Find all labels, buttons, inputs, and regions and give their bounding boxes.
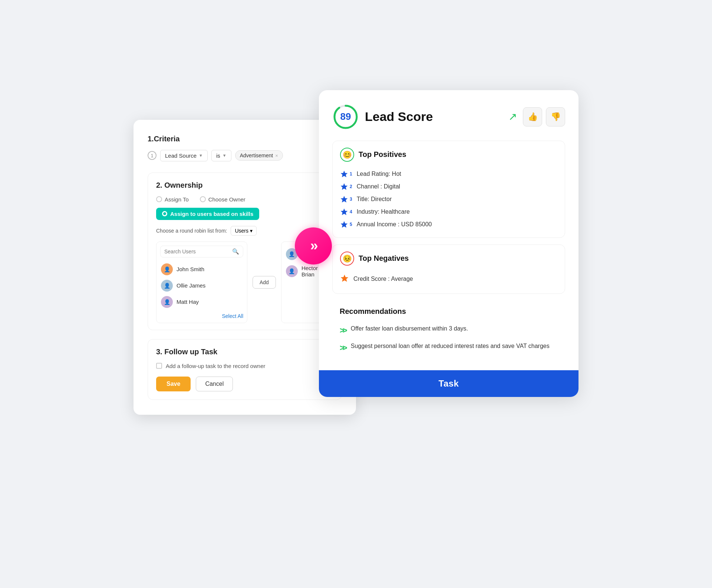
- criteria-section: 1.Criteria 1 Lead Source ▼ is ▼ Advertis…: [148, 135, 342, 161]
- list-item: 5 Annual Income : USD 85000: [340, 218, 557, 231]
- action-btns: Save Cancel: [156, 377, 333, 391]
- chevron-right-icon-1: >>: [340, 325, 346, 336]
- trend-arrow-icon: ↗: [508, 111, 517, 123]
- star-rank-4: 4: [340, 208, 352, 216]
- positives-icon: 😊: [340, 148, 354, 162]
- search-input-row: 🔍: [160, 246, 243, 257]
- score-circle-wrap: 89: [332, 104, 359, 130]
- assign-to-radio[interactable]: Assign To: [156, 196, 189, 203]
- thumbs-up-button[interactable]: 👍: [523, 107, 542, 127]
- top-positives-panel: 😊 Top Positives 1 Lead Rating: Hot 2: [332, 141, 565, 238]
- search-icon: 🔍: [232, 248, 239, 255]
- star-rank-2: 2: [340, 183, 352, 191]
- panel-header-neg: 😣 Top Negatives: [340, 252, 557, 266]
- list-item: 2 Channel : Digital: [340, 180, 557, 193]
- chevron-right-icon-2: >>: [340, 342, 346, 354]
- active-skill-pill[interactable]: Assign to users based on skills: [156, 208, 259, 220]
- svg-marker-6: [341, 221, 348, 228]
- negatives-icon: 😣: [340, 252, 354, 266]
- add-button[interactable]: Add: [253, 276, 276, 289]
- user-list: 👤 John Smith 👤 Ollie James 👤 Matt Hay: [160, 261, 243, 310]
- svg-marker-2: [341, 171, 348, 177]
- list-item[interactable]: 👤 Ollie James: [160, 277, 243, 294]
- positives-list: 1 Lead Rating: Hot 2 Channel : Digital 3: [340, 168, 557, 231]
- rec-item-1: >> Offer faster loan disbursement within…: [340, 322, 558, 339]
- cancel-button[interactable]: Cancel: [196, 377, 233, 391]
- list-item: Credit Score : Average: [340, 272, 557, 287]
- svg-marker-3: [341, 183, 348, 190]
- list-item: 1 Lead Rating: Hot: [340, 168, 557, 180]
- list-item[interactable]: 👤 John Smith: [160, 261, 243, 277]
- top-negatives-panel: 😣 Top Negatives Credit Score : Average: [332, 244, 565, 294]
- negatives-list: Credit Score : Average: [340, 272, 557, 287]
- round-robin-select[interactable]: Users ▾: [231, 226, 256, 236]
- save-button[interactable]: Save: [156, 377, 191, 391]
- active-dot: [162, 211, 167, 216]
- thumb-btns: 👍 👎: [523, 107, 565, 127]
- radio-row: Assign To Choose Owner: [156, 196, 333, 203]
- followup-title: 3. Follow up Task: [156, 348, 333, 356]
- user-search-box: 🔍 👤 John Smith 👤 Ollie James 👤: [156, 242, 247, 323]
- score-number: 89: [332, 104, 359, 130]
- radio-circle-2: [200, 196, 206, 202]
- star-rank-5: 5: [340, 220, 352, 229]
- task-button[interactable]: Task: [319, 370, 578, 397]
- tag-pill: Advertisement ×: [235, 150, 283, 161]
- panel-header-pos: 😊 Top Positives: [340, 148, 557, 162]
- criteria-num: 1: [148, 151, 156, 160]
- criteria-title: 1.Criteria: [148, 135, 342, 143]
- list-item[interactable]: 👤 Matt Hay: [160, 294, 243, 310]
- negatives-title: Top Negatives: [359, 254, 409, 263]
- star-rank-3: 3: [340, 195, 352, 203]
- operator-dropdown[interactable]: is ▼: [211, 150, 231, 161]
- rec-item-2: >> Suggest personal loan offer at reduce…: [340, 339, 558, 357]
- arrow-badge: »: [295, 227, 332, 265]
- arrow-icon: »: [310, 238, 316, 254]
- avatar: 👤: [161, 280, 173, 292]
- list-item: 3 Title: Director: [340, 193, 557, 206]
- svg-marker-5: [341, 208, 348, 215]
- followup-checkbox[interactable]: [156, 363, 162, 369]
- recommendations-title: Recommendations: [340, 307, 558, 316]
- choose-owner-radio[interactable]: Choose Owner: [200, 196, 245, 203]
- lead-score-title: Lead Score: [365, 109, 502, 124]
- positives-title: Top Positives: [359, 150, 406, 159]
- tag-close[interactable]: ×: [275, 153, 278, 158]
- avatar: 👤: [161, 296, 173, 308]
- add-btn-area: Add: [253, 242, 276, 323]
- ownership-title: 2. Ownership: [156, 181, 333, 190]
- thumbs-down-button[interactable]: 👎: [546, 107, 565, 127]
- field-dropdown[interactable]: Lead Source ▼: [160, 150, 208, 161]
- radio-circle-1: [156, 196, 162, 202]
- star-rank-1: 1: [340, 170, 352, 178]
- avatar: 👤: [161, 263, 173, 275]
- list-item: 4 Industry: Healthcare: [340, 206, 557, 218]
- field-dropdown-arrow: ▼: [199, 153, 203, 158]
- search-users-input[interactable]: [164, 249, 229, 254]
- recommendations-panel: Recommendations >> Offer faster loan dis…: [332, 300, 565, 363]
- followup-section: 3. Follow up Task Add a follow-up task t…: [148, 339, 342, 400]
- right-card: 89 Lead Score ↗ 👍 👎 😊 Top Positives 1: [319, 90, 578, 397]
- avatar: 👤: [286, 265, 298, 277]
- criteria-row: 1 Lead Source ▼ is ▼ Advertisement ×: [148, 150, 342, 161]
- checkbox-row: Add a follow-up task to the record owner: [156, 363, 333, 369]
- scene: 1.Criteria 1 Lead Source ▼ is ▼ Advertis…: [134, 90, 578, 498]
- lead-score-header: 89 Lead Score ↗ 👍 👎: [332, 104, 565, 130]
- select-all-link[interactable]: Select All: [160, 313, 243, 319]
- operator-dropdown-arrow: ▼: [222, 153, 227, 158]
- svg-marker-7: [341, 275, 349, 282]
- svg-marker-4: [341, 196, 348, 203]
- star-orange-icon: [340, 274, 349, 285]
